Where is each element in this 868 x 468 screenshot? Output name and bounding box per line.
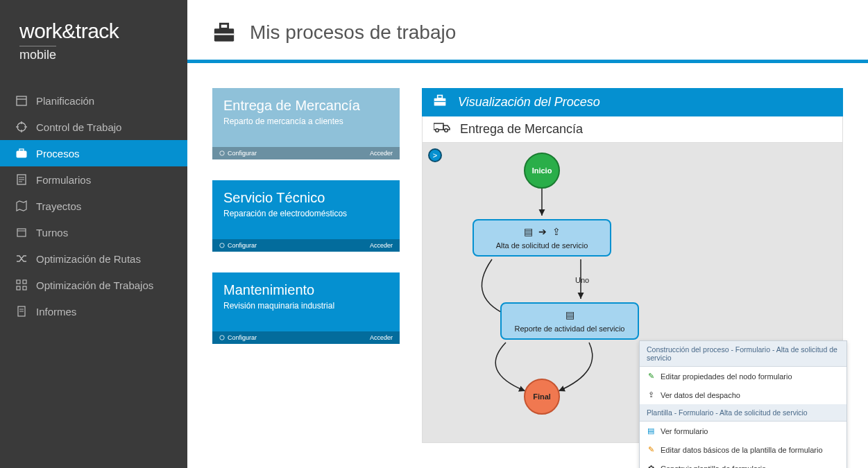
configure-label: Configurar [228,150,257,157]
context-header: Plantilla - Formulario - Alta de solicit… [640,404,846,422]
ctx-label: Construir plantilla de formulario [661,465,766,469]
ctx-label: Ver formulario [661,427,708,435]
context-menu: Construcción del proceso - Formulario - … [639,340,847,468]
ctx-view-dispatch[interactable]: ⇪ Ver datos del despacho [640,385,846,404]
access-button[interactable]: Acceder [370,334,393,341]
configure-button[interactable]: Configurar [219,334,257,341]
node-icons: ▤ ➔ ⇪ [482,226,602,237]
ctx-edit-template[interactable]: ✎ Editar datos básicos de la plantilla d… [640,440,846,459]
node-label: Reporte de actividad del servicio [510,324,629,333]
form-icon [15,173,28,186]
sidebar: work&track mobile Planificación Control … [0,0,187,468]
svg-rect-15 [17,280,20,284]
nav-opt-rutas[interactable]: Optimización de Rutas [0,245,187,272]
svg-rect-24 [214,33,234,35]
node-start[interactable]: Inicio [524,153,560,189]
configure-button[interactable]: Configurar [219,150,257,157]
briefcase-icon [15,147,28,159]
nav-label: Control de Trabajo [36,121,121,133]
nav-label: Optimización de Rutas [36,253,141,265]
configure-label: Configurar [228,334,257,341]
nav-procesos[interactable]: Procesos [0,140,187,166]
process-card-mantenimiento[interactable]: Mantenimiento Revisión maquinaria indust… [212,272,400,344]
clock-icon [15,226,28,239]
briefcase-icon [433,94,447,111]
process-card-servicio[interactable]: Servicio Técnico Reparación de electrodo… [212,180,400,252]
svg-rect-18 [23,286,26,290]
page-title: Mis procesos de trabajo [250,21,456,44]
ctx-label: Editar datos básicos de la plantilla de … [661,446,823,454]
content: Entrega de Mercancía Reparto de mercancí… [187,63,868,468]
expand-button[interactable]: > [428,148,442,162]
svg-rect-7 [17,151,26,157]
access-button[interactable]: Acceder [370,150,393,157]
ctx-view-form[interactable]: ▤ Ver formulario [640,422,846,440]
nav-turnos[interactable]: Turnos [0,219,187,245]
svg-point-27 [220,336,224,340]
panel-subheader: Entrega de Mercancía [422,116,843,143]
card-title: Servicio Técnico [223,190,389,206]
nav: Planificación Control de Trabajo Proceso… [0,87,187,324]
nav-label: Turnos [36,227,68,239]
node-end[interactable]: Final [524,379,560,415]
configure-button[interactable]: Configurar [219,242,257,249]
brand-sub: mobile [19,46,56,62]
nav-label: Trayectos [36,200,81,212]
nav-trayectos[interactable]: Trayectos [0,193,187,219]
map-icon [15,200,28,212]
ctx-label: Editar propiedades del nodo formulario [661,372,792,381]
edge-label-uno: Uno [575,276,589,284]
access-button[interactable]: Acceder [370,242,393,249]
svg-rect-16 [23,280,26,284]
svg-point-33 [445,129,448,132]
svg-rect-29 [438,96,443,98]
card-subtitle: Reparto de mercancía a clientes [223,116,389,126]
node-form-reporte[interactable]: ▤ Reporte de actividad del servicio [500,302,639,340]
process-card-entrega[interactable]: Entrega de Mercancía Reparto de mercancí… [212,88,400,159]
calendar-icon [15,94,28,107]
svg-rect-31 [434,123,443,130]
ctx-build-template[interactable]: ✿ Construir plantilla de formulario [640,459,846,468]
panel-title: Visualización del Proceso [458,95,600,110]
configure-label: Configurar [228,242,257,249]
access-label: Acceder [370,334,393,341]
node-label: Alta de solicitud de servicio [482,241,602,250]
svg-rect-17 [17,286,20,290]
gear-icon: ✿ [647,464,655,468]
ctx-label: Ver datos del despacho [661,391,740,399]
card-subtitle: Revisión maquinaria industrial [223,301,389,311]
access-label: Acceder [370,242,393,249]
nav-formularios[interactable]: Formularios [0,166,187,193]
form-icon: ▤ [565,309,575,320]
panel-header: Visualización del Proceso [422,88,843,116]
page-header: Mis procesos de trabajo [187,0,868,60]
nav-label: Optimización de Trabajos [36,279,153,291]
form-icon: ▤ [524,226,533,237]
form-icon: ▤ [647,426,655,435]
svg-rect-13 [17,229,26,236]
nav-informes[interactable]: Informes [0,298,187,324]
svg-rect-23 [220,24,228,28]
brand-logo: work&track mobile [0,0,187,71]
nav-label: Planificación [36,95,94,107]
ctx-edit-node-props[interactable]: ✎ Editar propiedades del nodo formulario [640,367,846,385]
dispatch-icon: ⇪ [552,226,561,237]
node-icons: ▤ [510,309,629,320]
pencil-icon: ✎ [647,445,655,454]
briefcase-icon [212,21,236,44]
svg-rect-8 [19,149,24,151]
grid-icon [15,279,28,291]
arrow-icon: ➔ [538,226,547,237]
panel-subtitle: Entrega de Mercancía [460,122,583,137]
start-label: Inicio [524,153,560,189]
nav-control-trabajo[interactable]: Control de Trabajo [0,114,187,140]
pencil-icon: ✎ [647,372,655,381]
card-subtitle: Reparación de electrodomésticos [223,209,389,218]
node-form-alta[interactable]: ▤ ➔ ⇪ Alta de solicitud de servicio [473,219,611,257]
svg-rect-28 [434,98,446,106]
brand-main: work&track [19,19,168,43]
nav-planificacion[interactable]: Planificación [0,87,187,114]
nav-opt-trabajos[interactable]: Optimización de Trabajos [0,272,187,298]
context-header: Construcción del proceso - Formulario - … [640,341,846,367]
svg-point-26 [220,243,224,248]
